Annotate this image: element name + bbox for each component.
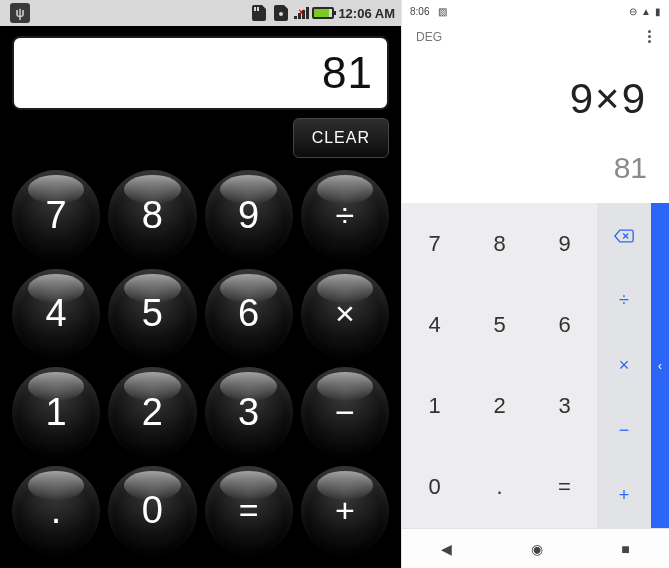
- battery-icon: [312, 7, 334, 19]
- num-dot[interactable]: .: [467, 447, 532, 528]
- battery-icon: ▮: [655, 6, 661, 17]
- key-equals[interactable]: =: [205, 466, 293, 557]
- key-4[interactable]: 4: [12, 269, 100, 360]
- display: 9×9 81: [402, 47, 669, 203]
- num-1[interactable]: 1: [402, 366, 467, 447]
- display-value: 81: [322, 48, 373, 98]
- header: DEG: [402, 20, 669, 47]
- clear-button[interactable]: CLEAR: [293, 118, 389, 158]
- status-bar: 8:06 ▧ ⊖ ▲ ▮: [402, 0, 669, 20]
- op-divide[interactable]: ÷: [597, 268, 651, 333]
- num-8[interactable]: 8: [467, 203, 532, 284]
- screenshot-icon: ▧: [438, 6, 447, 17]
- sim-icon: [272, 5, 290, 21]
- advanced-drawer-handle[interactable]: ‹: [651, 203, 669, 528]
- status-time: 8:06: [410, 6, 429, 17]
- nav-home[interactable]: ◉: [531, 541, 543, 557]
- key-8[interactable]: 8: [108, 170, 196, 261]
- key-multiply[interactable]: ×: [301, 269, 389, 360]
- op-minus[interactable]: −: [597, 398, 651, 463]
- usb-icon: ψ: [10, 3, 30, 23]
- key-minus[interactable]: −: [301, 367, 389, 458]
- nav-back[interactable]: ◀: [441, 541, 452, 557]
- num-3[interactable]: 3: [532, 366, 597, 447]
- key-3[interactable]: 3: [205, 367, 293, 458]
- num-2[interactable]: 2: [467, 366, 532, 447]
- op-multiply[interactable]: ×: [597, 333, 651, 398]
- wifi-icon: ▲: [641, 6, 651, 17]
- num-6[interactable]: 6: [532, 284, 597, 365]
- key-7[interactable]: 7: [12, 170, 100, 261]
- do-not-disturb-icon: ⊖: [629, 6, 637, 17]
- mode-toggle[interactable]: DEG: [416, 30, 442, 44]
- more-icon[interactable]: [644, 26, 655, 47]
- num-0[interactable]: 0: [402, 447, 467, 528]
- key-9[interactable]: 9: [205, 170, 293, 261]
- num-5[interactable]: 5: [467, 284, 532, 365]
- num-7[interactable]: 7: [402, 203, 467, 284]
- sd-card-icon: [250, 5, 268, 21]
- expression: 9×9: [424, 75, 647, 123]
- status-bar: ψ 12:06 AM: [0, 0, 401, 26]
- calculator-modern: 8:06 ▧ ⊖ ▲ ▮ DEG 9×9 81 7894561230.= ÷×−…: [401, 0, 669, 568]
- keypad: 7894561230.= ÷×−+ ‹: [402, 203, 669, 528]
- nav-bar: ◀ ◉ ■: [402, 528, 669, 568]
- num-equals[interactable]: =: [532, 447, 597, 528]
- key-5[interactable]: 5: [108, 269, 196, 360]
- calculator-classic: ψ 12:06 AM 81 CLEAR 789÷456×123−.0=+: [0, 0, 401, 568]
- key-dot[interactable]: .: [12, 466, 100, 557]
- svg-rect-0: [254, 7, 256, 11]
- keypad: 789÷456×123−.0=+: [0, 164, 401, 568]
- op-plus[interactable]: +: [597, 463, 651, 528]
- display: 81: [12, 36, 389, 110]
- result: 81: [424, 151, 647, 185]
- num-4[interactable]: 4: [402, 284, 467, 365]
- svg-rect-1: [257, 7, 259, 11]
- key-6[interactable]: 6: [205, 269, 293, 360]
- key-plus[interactable]: +: [301, 466, 389, 557]
- nav-recent[interactable]: ■: [621, 541, 629, 557]
- key-divide[interactable]: ÷: [301, 170, 389, 261]
- key-1[interactable]: 1: [12, 367, 100, 458]
- svg-point-2: [279, 12, 283, 16]
- status-time: 12:06 AM: [338, 6, 395, 21]
- op-backspace[interactable]: [597, 203, 651, 268]
- no-signal-icon: [294, 7, 308, 19]
- key-2[interactable]: 2: [108, 367, 196, 458]
- key-0[interactable]: 0: [108, 466, 196, 557]
- num-9[interactable]: 9: [532, 203, 597, 284]
